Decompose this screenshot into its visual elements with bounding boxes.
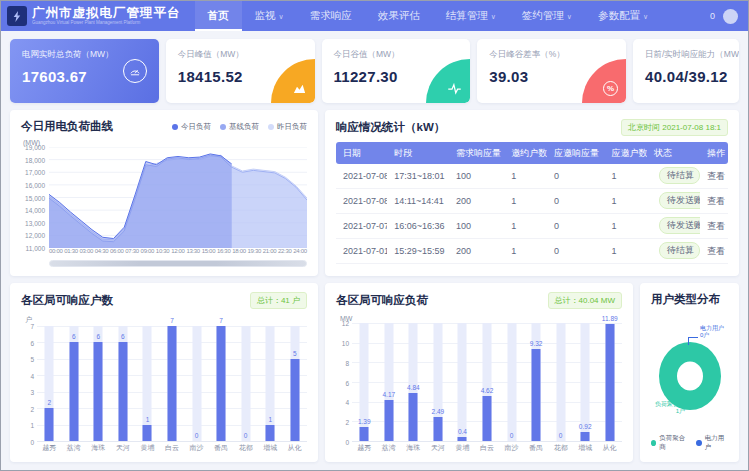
category-label: 白云 bbox=[475, 443, 500, 453]
nav-item-2[interactable]: 需求响应 bbox=[297, 1, 365, 31]
bar[interactable] bbox=[94, 342, 103, 441]
mid-row: 今日用电负荷曲线 今日负荷基线负荷昨日负荷 (MW) 19,00018,0001… bbox=[10, 110, 739, 276]
view-link[interactable]: 查看 bbox=[700, 170, 728, 183]
legend-item-0[interactable]: 负荷聚合商 bbox=[651, 434, 688, 452]
category-label: 花都 bbox=[548, 443, 573, 453]
legend-item-1[interactable]: 电力用户 bbox=[696, 434, 728, 452]
cell-invited: 1 bbox=[504, 246, 547, 256]
bar[interactable] bbox=[143, 425, 152, 441]
status-badge: 待结算 bbox=[659, 167, 700, 184]
nav-item-6[interactable]: 参数配置∨ bbox=[585, 1, 661, 31]
brand: 广州市虚拟电厂管理平台 Guangzhou Virtual Power Plan… bbox=[7, 6, 181, 26]
nav-item-5[interactable]: 签约管理∨ bbox=[509, 1, 585, 31]
bar[interactable] bbox=[168, 326, 177, 441]
bar[interactable] bbox=[45, 408, 54, 441]
bar[interactable] bbox=[605, 324, 614, 441]
axis-tick-label: 8 bbox=[345, 359, 349, 366]
bar[interactable] bbox=[409, 393, 418, 441]
cell-accepted_users: 1 bbox=[604, 221, 647, 231]
bar[interactable] bbox=[581, 432, 590, 441]
avatar[interactable] bbox=[723, 9, 738, 24]
cell-date: 2021-07-08 bbox=[336, 196, 387, 206]
slice-label-power-users: 电力用户 0户 bbox=[700, 325, 724, 339]
nav-item-3[interactable]: 效果评估 bbox=[365, 1, 433, 31]
category-label: 海珠 bbox=[401, 443, 426, 453]
y-axis: 024681012 bbox=[336, 323, 352, 442]
percent-icon: % bbox=[582, 59, 626, 103]
bar-value-label: 7 bbox=[219, 317, 223, 324]
bottom-row: 各区局可响应户数 总计：41 户 户 01234567 26661707015 … bbox=[10, 283, 739, 462]
load-curve-panel: 今日用电负荷曲线 今日负荷基线负荷昨日负荷 (MW) 19,00018,0001… bbox=[10, 110, 318, 276]
bar-column: 2.49 bbox=[426, 323, 451, 441]
kpi-card-grid-realtime-load: 电网实时总负荷（MW） 17603.67 bbox=[10, 39, 159, 103]
bar-track bbox=[556, 323, 565, 441]
column-header: 邀约户数 bbox=[504, 147, 547, 160]
axis-tick-label: 12:00 bbox=[171, 248, 185, 257]
bar[interactable] bbox=[433, 417, 442, 441]
bar[interactable] bbox=[118, 342, 127, 441]
kpi-label: 今日谷值（MW） bbox=[334, 49, 459, 61]
cell-period: 14:11~14:41 bbox=[387, 196, 449, 206]
axis-tick-label: 06:00 bbox=[110, 248, 124, 257]
legend-item-1[interactable]: 基线负荷 bbox=[220, 122, 259, 132]
legend-item-2[interactable]: 昨日负荷 bbox=[268, 122, 307, 132]
load-curve-chart: 19,00018,00017,00016,00015,00014,00013,0… bbox=[21, 147, 307, 248]
legend-label: 电力用户 bbox=[705, 434, 728, 452]
bar-column: 2 bbox=[37, 326, 62, 441]
view-link[interactable]: 查看 bbox=[700, 245, 728, 258]
view-link[interactable]: 查看 bbox=[700, 220, 728, 233]
cell-demand: 200 bbox=[449, 196, 504, 206]
bar[interactable] bbox=[458, 437, 467, 441]
axis-tick-label: 03:00 bbox=[80, 248, 94, 257]
bar[interactable] bbox=[532, 349, 541, 441]
nav-menu: 首页监视∨需求响应效果评估结算管理∨签约管理∨参数配置∨ bbox=[195, 1, 710, 31]
category-label: 荔湾 bbox=[377, 443, 402, 453]
nav-item-4[interactable]: 结算管理∨ bbox=[433, 1, 509, 31]
datazoom-handle[interactable] bbox=[50, 261, 306, 266]
nav-item-0[interactable]: 首页 bbox=[195, 1, 242, 31]
bar-value-label: 4.62 bbox=[481, 387, 494, 394]
column-header: 应邀户数 bbox=[604, 147, 647, 160]
legend-item-0[interactable]: 今日负荷 bbox=[172, 122, 211, 132]
bar[interactable] bbox=[290, 359, 299, 441]
cell-demand: 200 bbox=[449, 246, 504, 256]
legend-label: 负荷聚合商 bbox=[659, 434, 688, 452]
axis-tick-label: 4 bbox=[345, 399, 349, 406]
chevron-down-icon: ∨ bbox=[491, 13, 496, 21]
column-header: 应邀响应量 bbox=[547, 147, 605, 160]
bar[interactable] bbox=[384, 400, 393, 441]
bar-column: 4.17 bbox=[377, 323, 402, 441]
bar[interactable] bbox=[266, 425, 275, 441]
bar[interactable] bbox=[483, 396, 492, 441]
cell-invited: 1 bbox=[504, 196, 547, 206]
bar-column: 5 bbox=[282, 326, 307, 441]
kpi-label: 日前/实时响应能力（MW） bbox=[645, 49, 727, 61]
load-curve-legend: 今日负荷基线负荷昨日负荷 bbox=[172, 122, 307, 132]
bar-value-label: 2 bbox=[47, 399, 51, 406]
bar-column: 0.92 bbox=[573, 323, 598, 441]
pulse-icon bbox=[426, 59, 470, 103]
cell-date: 2021-07-01 bbox=[336, 246, 387, 256]
notification-count[interactable]: 0 bbox=[710, 11, 715, 21]
axis-tick-label: 19,000 bbox=[25, 144, 45, 151]
legend-dot bbox=[172, 124, 178, 130]
bar[interactable] bbox=[360, 427, 369, 441]
axis-tick-label: 6 bbox=[30, 339, 34, 346]
kpi-card-today-peak: 今日峰值（MW） 18415.52 bbox=[166, 39, 315, 103]
axis-tick-label: 12 bbox=[342, 320, 349, 327]
y-axis-unit: MW bbox=[340, 315, 622, 322]
y-axis: 19,00018,00017,00016,00015,00014,00013,0… bbox=[21, 147, 49, 248]
district-households-panel: 各区局可响应户数 总计：41 户 户 01234567 26661707015 … bbox=[10, 283, 318, 462]
datazoom-slider[interactable] bbox=[49, 260, 307, 267]
app-title: 广州市虚拟电厂管理平台 bbox=[32, 7, 181, 20]
bar[interactable] bbox=[69, 342, 78, 441]
nav-item-1[interactable]: 监视∨ bbox=[242, 1, 297, 31]
view-link[interactable]: 查看 bbox=[700, 195, 728, 208]
status-badge: 待发送账单 bbox=[659, 217, 700, 234]
cell-period: 15:29~15:59 bbox=[387, 246, 449, 256]
y-axis: 01234567 bbox=[21, 326, 37, 442]
slice-count: 1户 bbox=[655, 408, 685, 415]
bar[interactable] bbox=[217, 326, 226, 441]
y-axis-unit: 户 bbox=[25, 315, 307, 325]
bar-value-label: 4.17 bbox=[382, 391, 395, 398]
